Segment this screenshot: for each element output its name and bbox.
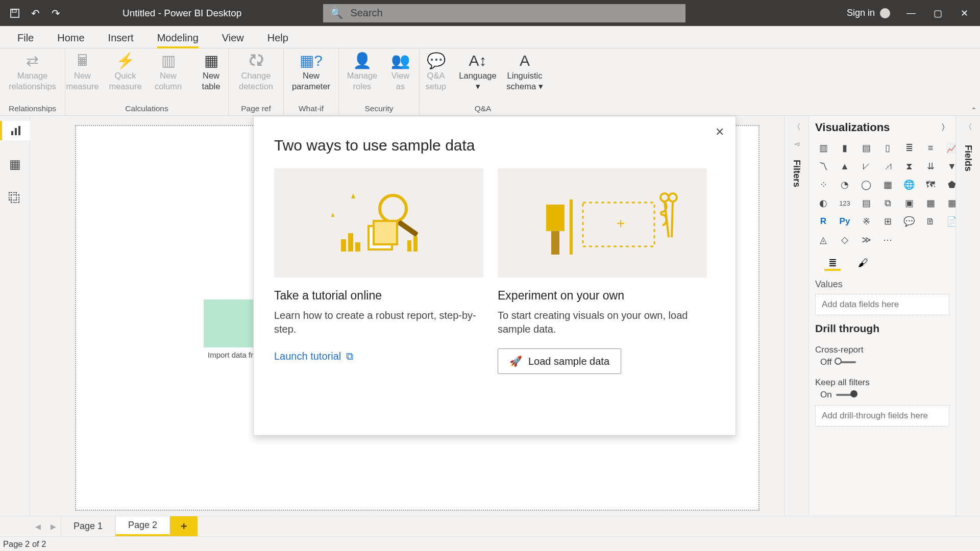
new-parameter-button[interactable]: ▦? New parameter [292, 52, 330, 91]
viz-map-icon[interactable]: 🌐 [901, 177, 917, 192]
viz-ribbon-icon[interactable]: ⧗ [901, 159, 917, 174]
signin-button[interactable]: Sign in [847, 8, 890, 18]
tab-help[interactable]: Help [267, 32, 288, 48]
viz-donut-icon[interactable]: ◯ [858, 177, 874, 192]
viz-table-icon[interactable]: ▦ [922, 195, 939, 211]
qa-setup-button[interactable]: 💬 Q&A setup [420, 52, 452, 91]
fields-pane-collapsed[interactable]: 〈 Fields [955, 116, 980, 516]
viz-matrix-icon[interactable]: ▦ [944, 195, 955, 211]
new-parameter-icon: ▦? [301, 52, 322, 70]
viz-area-icon[interactable]: 〽 [815, 159, 831, 174]
viz-stacked-area-icon[interactable]: ▲ [837, 159, 853, 174]
fields-pane-tool-icon[interactable]: ≣ [824, 257, 841, 271]
maximize-button[interactable]: ▢ [932, 8, 943, 19]
quick-measure-button[interactable]: ⚡ Quick measure [107, 52, 144, 91]
close-button[interactable]: ✕ [959, 8, 970, 19]
model-view-button[interactable]: ⿻ [5, 188, 24, 208]
data-view-button[interactable]: ▦ [5, 155, 24, 174]
tab-insert[interactable]: Insert [108, 32, 134, 48]
viz-filled-map-icon[interactable]: 🗺 [922, 177, 939, 192]
filters-expand-icon[interactable]: 〈 [793, 122, 801, 133]
linguistic-schema-button[interactable]: A Linguistic schema ▾ [504, 52, 546, 91]
svg-rect-11 [355, 242, 360, 252]
page-nav-prev[interactable]: ◀ [30, 516, 45, 536]
page-tab-strip: ◀ ▶ Page 1 Page 2 + [0, 516, 980, 536]
viz-shape-map-icon[interactable]: ⬟ [944, 177, 955, 192]
filters-pane-collapsed[interactable]: 〈 ◅ Filters [784, 116, 808, 516]
viz-scatter-icon[interactable]: ⁘ [815, 177, 831, 192]
viz-qna-icon[interactable]: 💬 [901, 214, 917, 229]
new-measure-button[interactable]: 🖩 New measure [64, 52, 102, 91]
keep-all-filters-toggle[interactable]: On [815, 390, 949, 400]
viz-card-icon[interactable]: 123 [837, 195, 853, 211]
cross-report-toggle[interactable]: Off [815, 357, 949, 367]
svg-rect-15 [551, 231, 559, 255]
change-detection-button[interactable]: 🗘 Change detection [237, 52, 275, 91]
minimize-button[interactable]: ― [905, 8, 917, 19]
tutorial-heading: Take a tutorial online [274, 289, 483, 303]
fields-label: Fields [963, 145, 973, 171]
viz-gauge-icon[interactable]: ◐ [815, 195, 831, 211]
dialog-close-button[interactable]: ✕ [715, 126, 724, 139]
page-tab-2[interactable]: Page 2 [115, 516, 170, 536]
page-nav-next[interactable]: ▶ [45, 516, 61, 536]
page-tab-1[interactable]: Page 1 [61, 516, 115, 536]
viz-slicer-icon[interactable]: ▣ [901, 195, 917, 211]
tab-file[interactable]: File [17, 32, 34, 48]
viz-smart-narrative-icon[interactable]: 🗎 [922, 214, 939, 229]
fields-expand-icon[interactable]: 〈 [964, 122, 972, 133]
viz-anomaly-icon[interactable]: ◬ [815, 232, 831, 247]
viz-decomp-icon[interactable]: ⊞ [879, 214, 896, 229]
view-as-button[interactable]: 👥 View as [386, 52, 415, 91]
viz-line-stacked-icon[interactable]: ⩘ [879, 159, 896, 174]
viz-100stacked-column-icon[interactable]: ≡ [922, 140, 939, 156]
toggle-off-label: Off [820, 357, 831, 367]
viz-funnel-icon[interactable]: ▼ [944, 159, 955, 174]
manage-roles-button[interactable]: 👤 Manage roles [344, 52, 381, 91]
viz-kpi-icon[interactable]: ⧉ [879, 195, 896, 211]
ribbon-collapse-button[interactable]: ⌃ [971, 106, 977, 114]
viz-powerapps-icon[interactable]: ◇ [837, 232, 853, 247]
viz-paginated-icon[interactable]: 📄 [944, 214, 955, 229]
tab-view[interactable]: View [222, 32, 244, 48]
viz-stacked-bar-icon[interactable]: ▥ [815, 140, 831, 156]
search-box[interactable]: 🔍 Search [323, 4, 685, 22]
new-table-button[interactable]: ▦ New table [192, 52, 230, 91]
values-drop-well[interactable]: Add data fields here [815, 294, 949, 315]
viz-pie-icon[interactable]: ◔ [837, 177, 853, 192]
viz-python-icon[interactable]: Py [837, 214, 853, 229]
svg-point-20 [669, 193, 677, 202]
viz-r-icon[interactable]: R [815, 214, 831, 229]
manage-relationships-button[interactable]: ⇄ Manage relationships [14, 52, 52, 91]
viz-stacked-column-icon[interactable]: ▮ [837, 140, 853, 156]
redo-icon[interactable]: ↷ [50, 8, 61, 19]
add-page-button[interactable]: + [170, 516, 198, 536]
tab-modeling[interactable]: Modeling [157, 32, 199, 48]
viz-multirow-icon[interactable]: ▤ [858, 195, 874, 211]
svg-point-19 [660, 193, 669, 202]
viz-automate-icon[interactable]: ≫ [858, 232, 874, 247]
new-column-button[interactable]: ▥ New column [150, 52, 187, 91]
viz-line-icon[interactable]: 📈 [944, 140, 955, 156]
viz-line-clustered-icon[interactable]: ⩗ [858, 159, 874, 174]
undo-icon[interactable]: ↶ [30, 8, 41, 19]
language-button[interactable]: A↕ Language ▾ [457, 52, 499, 91]
load-sample-data-button[interactable]: 🚀 Load sample data [498, 348, 621, 374]
visualizations-collapse-icon[interactable]: 〉 [941, 122, 949, 133]
viz-clustered-bar-icon[interactable]: ▤ [858, 140, 874, 156]
drillthrough-drop-well[interactable]: Add drill-through fields here [815, 405, 949, 427]
launch-tutorial-link[interactable]: Launch tutorial ⧉ [274, 350, 353, 362]
viz-clustered-column-icon[interactable]: ▯ [879, 140, 896, 156]
ribbon: ⇄ Manage relationships Relationships 🖩 N… [0, 48, 980, 116]
viz-more-icon[interactable]: ⋯ [879, 232, 896, 247]
report-view-button[interactable] [0, 121, 30, 140]
format-pane-tool-icon[interactable]: 🖌 [855, 257, 871, 271]
viz-100stacked-bar-icon[interactable]: ≣ [901, 140, 917, 156]
svg-point-5 [380, 195, 406, 222]
viz-waterfall-icon[interactable]: ⇊ [922, 159, 939, 174]
save-icon[interactable] [9, 8, 20, 19]
relationships-icon: ⇄ [22, 52, 43, 70]
viz-treemap-icon[interactable]: ▦ [879, 177, 896, 192]
viz-key-influencers-icon[interactable]: ※ [858, 214, 874, 229]
tab-home[interactable]: Home [57, 32, 84, 48]
